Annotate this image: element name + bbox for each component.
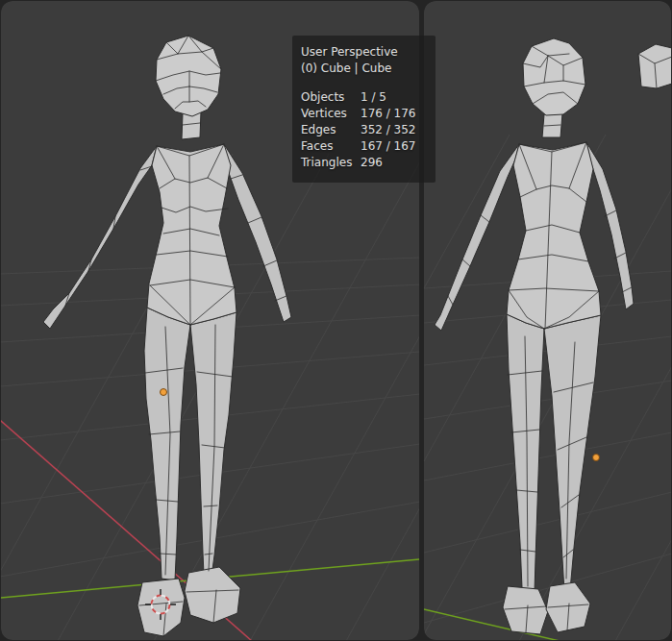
- stat-row-edges: Edges 352 / 352: [301, 122, 428, 138]
- stat-value: 1 / 5: [361, 89, 428, 106]
- stat-label: Vertices: [301, 106, 361, 122]
- stat-row-triangles: Triangles 296: [301, 155, 428, 171]
- stat-row-vertices: Vertices 176 / 176: [301, 106, 428, 122]
- view-perspective-label: User Perspective: [301, 44, 428, 61]
- wireframe-cube[interactable]: [638, 44, 672, 88]
- stat-value: 352 / 352: [361, 122, 428, 138]
- viewport-right[interactable]: [424, 1, 672, 641]
- stat-label: Triangles: [301, 155, 361, 171]
- stats-overlay: User Perspective (0) Cube | Cube Objects…: [292, 36, 436, 183]
- blender-viewport-screenshot: User Perspective (0) Cube | Cube Objects…: [0, 0, 672, 641]
- object-origin-dot[interactable]: [161, 389, 167, 396]
- stat-value: 296: [361, 155, 428, 171]
- stat-row-faces: Faces 167 / 167: [301, 138, 428, 155]
- stat-label: Edges: [301, 122, 361, 138]
- stat-value: 176 / 176: [361, 106, 428, 122]
- stats-spacer: [301, 77, 428, 89]
- stat-label: Faces: [301, 138, 361, 155]
- stat-value: 167 / 167: [361, 138, 428, 155]
- stat-row-objects: Objects 1 / 5: [301, 89, 428, 106]
- object-origin-dot[interactable]: [593, 455, 600, 461]
- stat-label: Objects: [301, 89, 361, 106]
- active-object-label: (0) Cube | Cube: [301, 61, 428, 77]
